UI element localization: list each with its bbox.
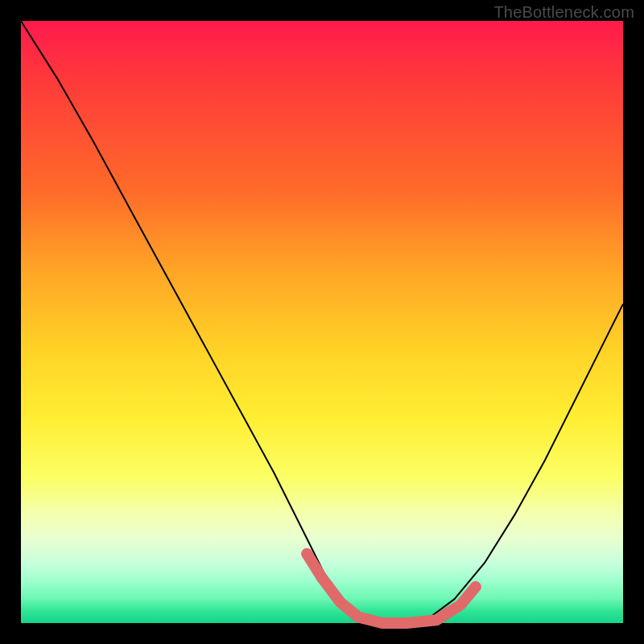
pink-highlight	[307, 554, 475, 623]
black-curve	[21, 21, 623, 623]
pink-highlight-dot	[301, 548, 312, 559]
frame: TheBottleneck.com	[0, 0, 644, 644]
chart-svg	[21, 21, 623, 623]
pink-highlight-dot	[470, 581, 481, 592]
plot-area	[21, 21, 623, 623]
pink-highlight-dot	[316, 572, 328, 584]
watermark-text: TheBottleneck.com	[493, 3, 634, 22]
